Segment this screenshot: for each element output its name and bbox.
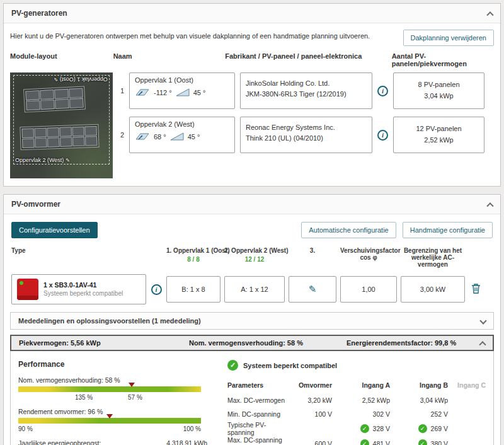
tilt-icon <box>170 132 184 141</box>
pv-inverter-body: Configuratievoorstellen Automatische con… <box>4 214 500 445</box>
map-label-surface-2: Oppervlak 2 (West)✎ <box>15 157 70 163</box>
peak-power: 3,04 kWp <box>398 91 480 102</box>
panel-count-box: 8 PV-panelen 3,04 kWp <box>393 72 484 109</box>
inverter-type-box[interactable]: 1 x SB3.0-1AV-41 Systeem beperkt compati… <box>11 274 146 304</box>
inverter-type-status: Systeem beperkt compatibel <box>43 289 123 298</box>
peak-power: 2,52 kWp <box>398 135 480 146</box>
tilt-value: 45 ° <box>193 89 206 96</box>
panel-count: 8 PV-panelen <box>398 79 480 91</box>
pv-generators-panel: PV-generatoren Hier kunt u de PV-generat… <box>3 3 501 187</box>
info-icon[interactable]: i <box>377 86 388 96</box>
inverter-type-label: 1 x SB3.0-1AV-41 <box>43 280 123 289</box>
inverter-column-headers: Type 1. Oppervlak 1 (Oost) 8 / 8 2. Oppe… <box>10 247 494 268</box>
trash-icon <box>471 283 481 294</box>
performance-title: Performance <box>18 360 214 369</box>
roof-surface-2-panels[interactable] <box>20 124 99 150</box>
performance-details: Performance Nom. vermogensverhouding: 58… <box>10 351 494 445</box>
roof-surface-1-panels[interactable] <box>23 86 86 112</box>
cos-phi-value[interactable]: 1,00 <box>340 276 397 303</box>
edit-pencil-icon[interactable]: ✎ <box>309 284 317 295</box>
column-panel-count: Aantal PV-panelen/piekvermogen <box>392 52 494 67</box>
configuration-proposals-button[interactable]: Configuratievoorstellen <box>11 222 98 238</box>
surface-name-box[interactable]: Oppervlak 1 (Oost) -112 ° 45 ° <box>129 72 235 109</box>
info-icon[interactable]: i <box>377 130 388 141</box>
pv-generators-body: Hier kunt u de PV-generatoren ontwerpen … <box>4 23 500 186</box>
column-surface-3: 3. <box>289 247 336 254</box>
column-type: Type <box>11 247 146 254</box>
input-b-assignment[interactable]: B: 1 x 8 <box>166 276 220 303</box>
compatibility-status-label: Systeem beperkt compatibel <box>243 362 337 369</box>
panel-count-box: 12 PV-panelen 2,52 kWp <box>393 117 484 153</box>
panel-manufacturer-box[interactable]: Reonac Energy Systems Inc. Think 210 (UL… <box>240 117 372 153</box>
pv-inverter-title: PV-omvormer <box>11 200 60 209</box>
inverter-efficiency-label: Rendement omvormer: 96 % <box>18 408 214 415</box>
performance-summary-bar[interactable]: Piekvermogen: 5,56 kWp Nom. vermogensver… <box>10 335 494 351</box>
messages-bar-label: Mededelingen en oplossingsvoorstellen (1… <box>18 317 201 325</box>
nominal-ratio-summary: Nom. vermogensverhouding: 58 % <box>189 339 346 347</box>
column-name: Naam <box>113 52 226 67</box>
check-icon: ✓ <box>227 360 238 371</box>
panel-model: JKM-380N-6RL3 Tiger (12/2019) <box>246 89 367 100</box>
azimuth-value: 68 ° <box>154 133 166 141</box>
check-icon: ✓ <box>360 424 369 433</box>
collapse-up-icon[interactable] <box>486 202 493 209</box>
energy-yield-summary: Energierendementsfactor: 99,8 % <box>346 339 480 347</box>
delete-inverter-button[interactable] <box>471 283 481 296</box>
surface-3-edit-box[interactable]: ✎ <box>289 276 336 303</box>
inverter-efficiency-ticks: 90 % 100 % <box>18 425 201 434</box>
automatic-configuration-button[interactable]: Automatische configuratie <box>301 222 396 238</box>
peak-power-summary: Piekvermogen: 5,56 kWp <box>19 339 189 347</box>
parameters-table: Parameters Omvormer Ingang A Ingang B In… <box>227 378 486 445</box>
nominal-ratio-bar <box>18 386 201 392</box>
row-index: 1 <box>120 87 129 95</box>
pv-inverter-header[interactable]: PV-omvormer <box>4 195 500 214</box>
info-icon[interactable]: i <box>151 284 162 295</box>
check-icon: ✓ <box>418 424 427 433</box>
parameter-row: Max. DC-spanning (PV) 600 V ✓481 V ✓380 … <box>227 436 486 445</box>
expand-down-icon[interactable] <box>479 317 486 324</box>
map-label-surface-1: Oppervlak 1 (Oost)✎ <box>54 76 108 83</box>
inverter-config-row: 1 x SB3.0-1AV-41 Systeem beperkt compati… <box>10 274 494 304</box>
pv-inverter-panel: PV-omvormer Configuratievoorstellen Auto… <box>3 194 501 445</box>
panel-count: 12 PV-panelen <box>398 124 480 135</box>
tilt-value: 45 ° <box>188 133 200 141</box>
collapse-up-icon[interactable] <box>486 11 493 18</box>
roof-layout-map[interactable]: Oppervlak 1 (Oost)✎ Oppervlak 2 (West)✎ <box>10 72 113 178</box>
surface-name-box[interactable]: Oppervlak 2 (West) 68 ° 45 ° <box>129 117 235 153</box>
inverter-efficiency-bar <box>18 418 201 424</box>
column-manufacturer: Fabrikant / PV-paneel / paneel-elektroni… <box>225 52 366 67</box>
inverter-icon <box>17 279 38 300</box>
compatibility-status: ✓ Systeem beperkt compatibel <box>227 360 486 371</box>
edit-pencil-icon[interactable]: ✎ <box>54 76 58 82</box>
surface-2-panel-count: 12 / 12 <box>224 256 285 263</box>
panel-manufacturer-box[interactable]: JinkoSolar Holding Co. Ltd. JKM-380N-6RL… <box>240 72 372 109</box>
collapse-up-icon[interactable] <box>479 341 486 348</box>
surface-name: Oppervlak 2 (West) <box>135 120 229 128</box>
parameter-row: Min. DC-spanning 100 V 302 V 252 V <box>227 407 486 421</box>
column-surface-1: 1. Oppervlak 1 (Oost) <box>166 247 220 254</box>
column-module-layout: Module-layout <box>10 52 113 67</box>
pv-generators-title: PV-generatoren <box>11 9 67 18</box>
parameter-row: Typische PV-spanning ✓328 V ✓269 V <box>227 421 486 436</box>
messages-bar[interactable]: Mededelingen en oplossingsvoorstellen (1… <box>10 312 494 330</box>
nominal-ratio-label: Nom. vermogensverhouding: 58 % <box>18 376 214 384</box>
manufacturer-name: JinkoSolar Holding Co. Ltd. <box>246 78 367 89</box>
generator-row: 1 Oppervlak 1 (Oost) -112 ° 45 ° JinkoSo… <box>120 72 494 109</box>
pv-generators-description: Hier kunt u de PV-generatoren ontwerpen … <box>10 30 370 40</box>
check-icon: ✓ <box>360 439 369 445</box>
edit-pencil-icon[interactable]: ✎ <box>66 158 70 163</box>
generator-row: 2 Oppervlak 2 (West) 68 ° 45 ° Reonac En… <box>120 117 494 153</box>
pv-generators-header[interactable]: PV-generatoren <box>4 4 500 23</box>
remove-roof-planning-button[interactable]: Dakplanning verwijderen <box>403 30 494 46</box>
surface-name: Oppervlak 1 (Oost) <box>135 76 229 84</box>
nominal-ratio-ticks: 135 % 57 % <box>18 394 201 403</box>
column-ac-limit: Begrenzing van het werkelijke AC-vermoge… <box>401 247 465 268</box>
stat-annual-yield: Jaarlijkse energieopbrengst: 4.318,91 kW… <box>18 439 207 445</box>
ac-limit-value[interactable]: 3,00 kW <box>401 276 465 303</box>
azimuth-icon <box>135 88 150 97</box>
input-a-assignment[interactable]: A: 1 x 12 <box>224 276 285 303</box>
manual-configuration-button[interactable]: Handmatige configuratie <box>403 222 493 238</box>
generator-column-headers: Module-layout Naam Fabrikant / PV-paneel… <box>10 52 494 67</box>
column-cos-phi: Verschuivingsfactor cos φ <box>340 247 397 261</box>
parameter-row: Max. DC-vermogen 3,20 kW 2,52 kWp 3,04 k… <box>227 393 486 407</box>
